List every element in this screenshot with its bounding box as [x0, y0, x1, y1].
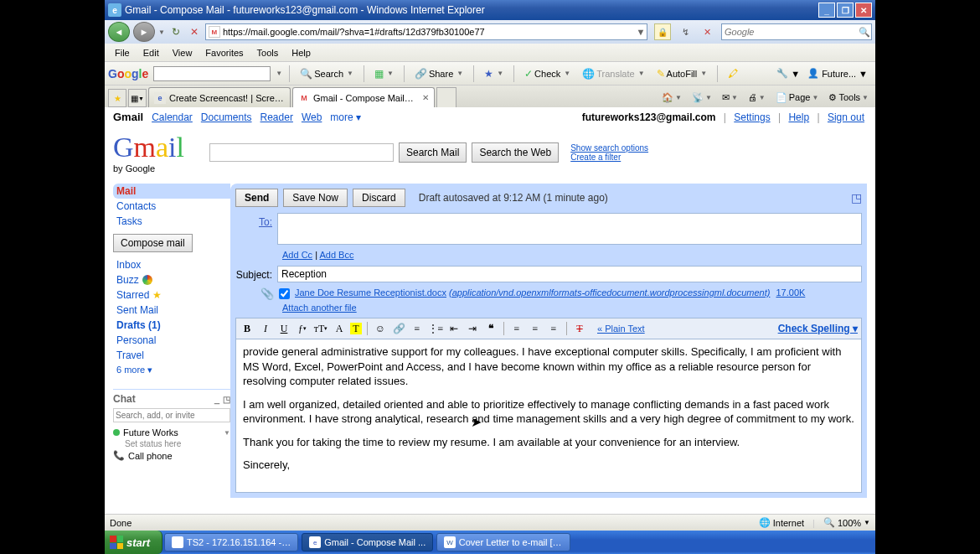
align-right-button[interactable]: ≡ — [546, 321, 561, 336]
toolbar-search-button[interactable]: 🔍Search▼ — [297, 66, 357, 81]
plain-text-link[interactable]: « Plain Text — [597, 324, 645, 334]
check-spelling-link[interactable]: Check Spelling ▾ — [778, 323, 858, 334]
show-search-options-link[interactable]: Show search options — [570, 143, 648, 153]
chat-call-phone[interactable]: 📞Call phone — [113, 448, 230, 463]
gsearch-dropdown[interactable]: ▼ — [276, 70, 282, 77]
save-now-button[interactable]: Save Now — [283, 189, 348, 207]
toolbar-translate-button[interactable]: 🌐Translate▼ — [579, 66, 647, 81]
sidebar-personal[interactable]: Personal — [113, 333, 230, 348]
menu-help[interactable]: Help — [285, 45, 317, 60]
sidebar-sentmail[interactable]: Sent Mail — [113, 303, 230, 318]
address-bar[interactable]: M ▼ — [205, 23, 647, 40]
browser-search-box[interactable]: 🔍 — [721, 23, 872, 40]
menu-edit[interactable]: Edit — [137, 45, 166, 60]
link-button[interactable]: 🔗 — [391, 321, 406, 336]
sidebar-travel[interactable]: Travel — [113, 348, 230, 363]
tools-menu[interactable]: ⚙Tools▼ — [825, 91, 872, 105]
quick-tabs-button[interactable]: ▦▼ — [128, 89, 147, 107]
forward-button[interactable]: ► — [133, 22, 155, 42]
new-tab-button[interactable] — [436, 87, 456, 107]
browser-search-input[interactable] — [722, 27, 858, 37]
menu-favorites[interactable]: Favorites — [199, 45, 250, 60]
toolbar-highlight-button[interactable]: 🖍 — [725, 66, 741, 81]
search-web-button[interactable]: Search the Web — [472, 142, 559, 163]
add-cc-link[interactable]: Add Cc — [282, 250, 312, 260]
search-icon[interactable]: 🔍 — [858, 27, 871, 38]
taskbar-item-gmail[interactable]: eGmail - Compose Mail ... — [302, 533, 433, 551]
toolbar-signin-button[interactable]: 🔧▼ 👤Future...▼ — [772, 66, 872, 80]
chat-options-icon[interactable]: ⎯ — [214, 395, 219, 404]
create-filter-link[interactable]: Create a filter — [570, 153, 648, 162]
page-menu[interactable]: 📄Page▼ — [772, 91, 823, 105]
internet-zone[interactable]: 🌐Internet — [759, 517, 804, 528]
help-link[interactable]: Help — [788, 111, 809, 123]
align-center-button[interactable]: ≡ — [528, 321, 543, 336]
menu-tools[interactable]: Tools — [250, 45, 286, 60]
settings-link[interactable]: Settings — [734, 111, 770, 123]
add-bcc-link[interactable]: Add Bcc — [319, 250, 353, 260]
to-field[interactable] — [277, 213, 862, 245]
favorites-star-button[interactable]: ★ — [108, 89, 126, 107]
search-mail-button[interactable]: Search Mail — [399, 142, 467, 163]
highlight-button[interactable]: T — [350, 323, 362, 334]
nav-calendar[interactable]: Calendar — [152, 111, 193, 123]
compose-mail-button[interactable]: Compose mail — [113, 234, 193, 252]
quote-button[interactable]: ❝ — [483, 321, 498, 336]
mail-button[interactable]: ✉▼ — [719, 91, 741, 105]
remove-format-button[interactable]: T — [572, 321, 587, 336]
toolbar-share-button[interactable]: 🔗Share▼ — [411, 66, 467, 81]
italic-button[interactable]: I — [258, 321, 273, 336]
start-button[interactable]: start — [105, 531, 162, 554]
to-label[interactable]: To: — [235, 213, 277, 228]
close-button[interactable]: ✕ — [855, 3, 872, 18]
tab-close-icon[interactable]: ✕ — [422, 93, 429, 102]
compat-view-button[interactable]: ↯ — [678, 24, 693, 39]
text-color-button[interactable]: A — [332, 321, 347, 336]
stop-button[interactable]: ✕ — [187, 24, 202, 39]
underline-button[interactable]: U — [276, 321, 291, 336]
toolbar-more-button[interactable]: ▦▼ — [371, 66, 397, 81]
toolbar-bookmarks-button[interactable]: ★▼ — [481, 66, 507, 81]
restore-button[interactable]: ❐ — [837, 3, 854, 18]
numbered-list-button[interactable]: ≡ — [410, 321, 425, 336]
zoom-control[interactable]: 🔍100% ▼ — [823, 517, 870, 528]
attachment-checkbox[interactable] — [279, 288, 290, 299]
size-button[interactable]: тT▾ — [313, 321, 328, 336]
security-lock-icon[interactable]: 🔒 — [654, 23, 671, 40]
refresh-icon[interactable]: ✕ — [699, 24, 714, 39]
compose-body[interactable]: provide general administrative support f… — [235, 339, 862, 493]
nav-more[interactable]: more ▾ — [330, 111, 361, 123]
font-button[interactable]: ƒ▾ — [295, 321, 310, 336]
sidebar-inbox[interactable]: Inbox — [113, 257, 230, 272]
popout-icon[interactable]: ◳ — [851, 191, 862, 205]
url-input[interactable] — [223, 24, 635, 39]
mail-search-input[interactable] — [209, 143, 394, 162]
tab-screencast[interactable]: e Create Screencast! | Screen... — [148, 87, 291, 107]
sidebar-more-labels[interactable]: 6 more ▾ — [113, 363, 230, 377]
attach-another-link[interactable]: Attach another file — [282, 303, 357, 313]
print-button[interactable]: 🖨▼ — [745, 91, 769, 104]
outdent-button[interactable]: ⇤ — [446, 321, 462, 336]
home-button[interactable]: 🏠▼ — [658, 91, 685, 105]
align-left-button[interactable]: ≡ — [509, 321, 524, 336]
chat-status-text[interactable]: Set status here — [113, 439, 230, 448]
feeds-button[interactable]: 📡▼ — [689, 91, 715, 105]
tab-gmail[interactable]: M Gmail - Compose Mail - fu... ✕ — [292, 87, 435, 107]
emoji-button[interactable]: ☺ — [373, 321, 388, 336]
chat-contact[interactable]: Future Works▼ — [113, 426, 230, 439]
subject-field[interactable] — [277, 266, 862, 282]
sidebar-contacts[interactable]: Contacts — [113, 199, 230, 214]
menu-file[interactable]: File — [108, 45, 137, 60]
indent-button[interactable]: ⇥ — [465, 321, 480, 336]
signout-link[interactable]: Sign out — [828, 111, 864, 123]
discard-button[interactable]: Discard — [353, 189, 405, 207]
sidebar-tasks[interactable]: Tasks — [113, 214, 230, 229]
sidebar-drafts[interactable]: Drafts (1) — [113, 318, 230, 333]
attachment-filename[interactable]: Jane Doe Resume Receptionist.docx — [295, 287, 446, 298]
nav-documents[interactable]: Documents — [201, 111, 252, 123]
bullet-list-button[interactable]: ⋮≡ — [428, 321, 443, 336]
sidebar-mail[interactable]: Mail — [113, 184, 230, 199]
bold-button[interactable]: B — [240, 321, 255, 336]
minimize-button[interactable]: _ — [818, 3, 835, 18]
chat-search-input[interactable] — [113, 408, 230, 422]
